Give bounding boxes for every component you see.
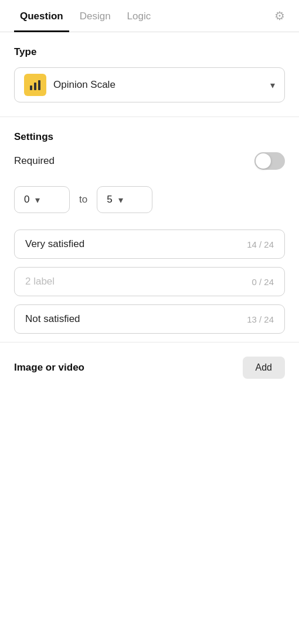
range-from-select[interactable]: 0 ▾: [14, 186, 70, 213]
svg-rect-2: [38, 80, 40, 90]
type-dropdown-chevron: ▾: [270, 80, 275, 91]
bar-chart-svg: [29, 78, 42, 91]
label-field-3-count: 13 / 24: [247, 314, 274, 324]
toggle-knob: [256, 153, 271, 169]
settings-section: Settings Required 0 ▾ to 5 ▾ Very satisf…: [0, 131, 299, 334]
tab-logic[interactable]: Logic: [121, 0, 157, 32]
svg-rect-1: [34, 83, 36, 90]
label-field-1[interactable]: Very satisfied 14 / 24: [14, 229, 285, 259]
tab-design[interactable]: Design: [74, 0, 117, 32]
range-from-chevron: ▾: [35, 194, 40, 205]
range-to-select[interactable]: 5 ▾: [97, 186, 152, 213]
media-section: Image or video Add: [0, 342, 299, 393]
tab-question[interactable]: Question: [14, 0, 69, 32]
divider-1: [0, 117, 299, 117]
svg-rect-0: [30, 85, 32, 90]
range-from-value: 0: [24, 194, 29, 205]
label-field-3[interactable]: Not satisfied 13 / 24: [14, 304, 285, 334]
label-field-2-text: 2 label: [25, 276, 252, 287]
opinion-scale-icon: [24, 74, 46, 96]
media-section-label: Image or video: [14, 362, 84, 374]
tabs-bar: Question Design Logic ⚙: [0, 0, 299, 32]
required-toggle[interactable]: [254, 152, 285, 170]
label-field-3-text: Not satisfied: [25, 313, 247, 325]
required-label: Required: [14, 155, 55, 167]
range-row: 0 ▾ to 5 ▾: [14, 186, 285, 213]
type-label: Opinion Scale: [53, 79, 263, 91]
range-to-text: to: [79, 194, 87, 205]
settings-section-title: Settings: [14, 131, 285, 143]
label-field-2-count: 0 / 24: [252, 277, 274, 287]
add-media-button[interactable]: Add: [243, 357, 285, 379]
label-field-1-count: 14 / 24: [247, 239, 274, 249]
type-section-title: Type: [14, 46, 285, 58]
label-field-1-text: Very satisfied: [25, 238, 247, 250]
type-dropdown[interactable]: Opinion Scale ▾: [14, 67, 285, 102]
range-to-chevron: ▾: [118, 194, 123, 205]
required-row: Required: [14, 152, 285, 170]
gear-icon[interactable]: ⚙: [274, 1, 285, 31]
type-section: Type Opinion Scale ▾: [0, 32, 299, 102]
label-field-2[interactable]: 2 label 0 / 24: [14, 267, 285, 296]
range-to-value: 5: [107, 194, 112, 205]
